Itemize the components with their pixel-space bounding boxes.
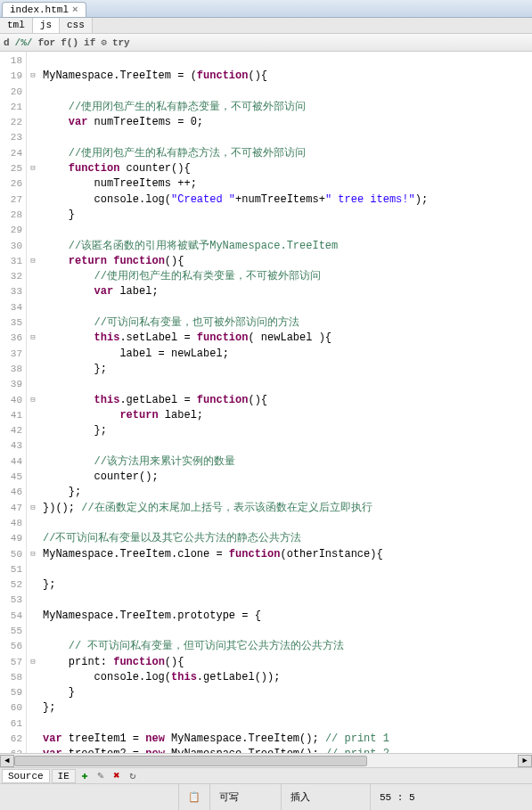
lang-tab-css[interactable]: css (60, 18, 93, 33)
fold-toggle-icon[interactable]: ⊟ (27, 393, 39, 408)
scroll-track[interactable] (14, 755, 518, 767)
code-line[interactable]: console.log(this.getLabel()); (43, 670, 532, 685)
lang-tab-html[interactable]: tml (0, 18, 33, 33)
code-line[interactable]: label = newLabel; (43, 347, 532, 362)
code-line[interactable] (43, 593, 532, 608)
code-line[interactable] (43, 516, 532, 531)
code-line[interactable]: //该方法用来累计实例的数量 (43, 454, 532, 470)
snippet-for[interactable]: for (37, 37, 55, 48)
line-number: 45 (0, 470, 22, 485)
line-number: 22 (0, 115, 22, 130)
code-line[interactable]: //不可访问私有变量以及其它公共方法的静态公共方法 (43, 531, 532, 546)
code-line[interactable]: } (43, 208, 532, 223)
code-line[interactable]: } (43, 685, 532, 700)
code-line[interactable]: counter(); (43, 470, 532, 485)
snippet-func[interactable]: f() (61, 37, 78, 48)
line-number: 42 (0, 423, 22, 438)
line-number: 44 (0, 454, 22, 470)
tab-bar: index.html × (0, 0, 532, 18)
ie-tab[interactable]: IE (52, 769, 76, 783)
scroll-thumb[interactable] (14, 756, 367, 766)
code-line[interactable]: function counter(){ (43, 161, 532, 176)
fold-toggle-icon[interactable]: ⊟ (27, 69, 39, 84)
fold-toggle-icon[interactable]: ⊟ (27, 655, 39, 670)
fold-toggle-icon[interactable]: ⊟ (27, 501, 39, 516)
line-number: 24 (0, 146, 22, 161)
snippet-try[interactable]: try (112, 37, 130, 48)
code-line[interactable] (43, 438, 532, 454)
code-line[interactable]: })(); //在函数定义的末尾加上括号，表示该函数在定义后立即执行 (43, 501, 532, 516)
line-number: 30 (0, 239, 22, 254)
line-number: 56 (0, 639, 22, 654)
code-line[interactable]: //可访问私有变量，也可被外部访问的方法 (43, 315, 532, 331)
line-number: 61 (0, 716, 22, 732)
code-line[interactable]: //使用闭包产生的私有类变量，不可被外部访问 (43, 269, 532, 284)
line-number: 43 (0, 438, 22, 454)
scroll-left-icon[interactable]: ◄ (0, 755, 14, 767)
code-line[interactable]: var numTreeItems = 0; (43, 115, 532, 130)
edit-icon[interactable]: ✎ (94, 770, 108, 782)
line-number: 40 (0, 393, 22, 408)
code-line[interactable]: var treeItem1 = new MyNamespace.TreeItem… (43, 732, 532, 747)
scroll-right-icon[interactable]: ► (518, 755, 532, 767)
snippet-d[interactable]: d (4, 37, 10, 48)
line-number: 49 (0, 531, 22, 546)
snippet-comment[interactable]: /%/ (15, 37, 33, 48)
code-line[interactable] (43, 716, 532, 732)
snippet-gear-icon[interactable]: ⚙ (101, 37, 107, 48)
file-tab[interactable]: index.html × (2, 2, 86, 17)
code-line[interactable]: }; (43, 423, 532, 438)
code-line[interactable]: MyNamespace.TreeItem.clone = function(ot… (43, 547, 532, 562)
code-area[interactable]: MyNamespace.TreeItem = (function(){ //使用… (39, 52, 532, 783)
tab-title: index.html (10, 4, 69, 15)
line-number: 27 (0, 192, 22, 208)
delete-icon[interactable]: ✖ (110, 770, 124, 782)
code-line[interactable] (43, 377, 532, 392)
code-line[interactable]: return function(){ (43, 254, 532, 269)
line-number: 23 (0, 130, 22, 145)
code-line[interactable]: return label; (43, 408, 532, 423)
code-line[interactable]: this.getLabel = function(){ (43, 393, 532, 408)
code-line[interactable] (43, 85, 532, 100)
line-number: 26 (0, 176, 22, 192)
line-number: 50 (0, 547, 22, 562)
code-line[interactable]: this.setLabel = function( newLabel ){ (43, 331, 532, 346)
fold-toggle-icon[interactable]: ⊟ (27, 331, 39, 346)
source-tab[interactable]: Source (2, 769, 50, 783)
add-icon[interactable]: ✚ (78, 770, 92, 782)
code-line[interactable]: }; (43, 700, 532, 716)
fold-toggle-icon[interactable]: ⊟ (27, 161, 39, 176)
code-line[interactable]: MyNamespace.TreeItem = (function(){ (43, 69, 532, 84)
line-number: 29 (0, 223, 22, 238)
code-line[interactable]: }; (43, 577, 532, 593)
code-line[interactable]: MyNamespace.TreeItem.prototype = { (43, 609, 532, 624)
code-line[interactable] (43, 130, 532, 145)
line-number: 38 (0, 362, 22, 377)
sync-icon[interactable]: ↻ (126, 770, 140, 782)
code-line[interactable]: }; (43, 485, 532, 500)
code-line[interactable]: //该匿名函数的引用将被赋予MyNamespace.TreeItem (43, 239, 532, 254)
code-line[interactable]: var label; (43, 284, 532, 299)
code-line[interactable] (43, 223, 532, 238)
code-line[interactable] (43, 300, 532, 315)
code-line[interactable]: print: function(){ (43, 655, 532, 670)
fold-toggle-icon[interactable]: ⊟ (27, 547, 39, 562)
code-line[interactable] (43, 624, 532, 639)
code-line[interactable] (43, 562, 532, 577)
code-editor[interactable]: 1819202122232425262728293031323334353637… (0, 52, 532, 783)
code-line[interactable]: //使用闭包产生的私有静态方法，不可被外部访问 (43, 146, 532, 161)
snippet-if[interactable]: if (84, 37, 95, 48)
close-icon[interactable]: × (72, 4, 78, 15)
fold-toggle-icon[interactable]: ⊟ (27, 254, 39, 269)
bottom-tab-bar: Source IE ✚ ✎ ✖ ↻ (0, 767, 532, 783)
code-line[interactable]: console.log("Created "+numTreeItems+" tr… (43, 192, 532, 208)
lang-tab-js[interactable]: js (33, 18, 60, 33)
code-line[interactable]: numTreeItems ++; (43, 176, 532, 192)
code-line[interactable] (43, 53, 532, 69)
line-number: 18 (0, 53, 22, 69)
code-line[interactable]: // 不可访问私有变量，但可访问其它公共方法的公共方法 (43, 639, 532, 654)
status-insert-mode: 插入 (281, 784, 370, 810)
code-line[interactable]: //使用闭包产生的私有静态变量，不可被外部访问 (43, 100, 532, 115)
status-clipboard-icon[interactable]: 📋 (178, 784, 209, 810)
code-line[interactable]: }; (43, 362, 532, 377)
